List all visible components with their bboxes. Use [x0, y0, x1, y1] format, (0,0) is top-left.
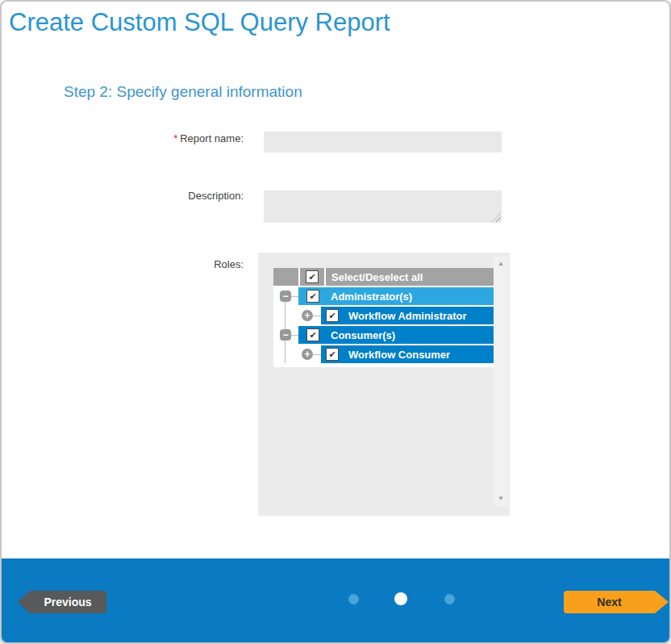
report-name-label-text: Report name: [180, 132, 244, 144]
tree-connector [291, 296, 298, 297]
checkmark-icon: ✔ [309, 292, 316, 301]
checkmark-icon: ✔ [328, 312, 336, 320]
roles-label-text: Roles: [214, 258, 244, 270]
roles-panel: ✔ Select/Deselect all − + − + ✔ Administ… [258, 253, 510, 516]
role-checkbox-workflow-administrator[interactable]: ✔ [326, 309, 339, 322]
pagination-dot-2-active[interactable] [394, 592, 407, 605]
report-name-input[interactable] [264, 132, 502, 153]
next-button[interactable]: Next [564, 591, 669, 613]
role-row-workflow-administrator[interactable]: ✔ Workflow Administrator [321, 307, 495, 324]
role-label: Consumer(s) [331, 329, 395, 341]
tree-connector [313, 316, 321, 316]
scroll-up-icon[interactable]: ▲ [494, 261, 508, 267]
previous-button[interactable]: Previous [18, 591, 106, 613]
checkmark-icon: ✔ [309, 331, 316, 340]
role-checkbox-consumers[interactable]: ✔ [306, 328, 319, 341]
collapse-icon-administrators[interactable]: − [280, 291, 291, 302]
select-all-cell: ✔ [300, 268, 324, 286]
description-input[interactable] [264, 190, 502, 223]
pagination-dot-1[interactable] [348, 594, 359, 604]
previous-button-label: Previous [44, 596, 91, 608]
tree-header-spacer [273, 268, 298, 286]
collapse-icon-consumers[interactable]: − [280, 329, 291, 341]
tree-connector [313, 354, 321, 355]
role-checkbox-administrators[interactable]: ✔ [306, 290, 319, 303]
description-label: Description: [115, 190, 244, 202]
select-all-label: Select/Deselect all [331, 271, 423, 283]
role-row-workflow-consumer[interactable]: ✔ Workflow Consumer [321, 345, 495, 363]
step-heading: Step 2: Specify general information [64, 83, 302, 101]
checkmark-icon: ✔ [328, 350, 336, 359]
role-label: Workflow Consumer [348, 349, 450, 361]
next-button-label: Next [597, 596, 621, 608]
select-all-checkbox[interactable]: ✔ [306, 270, 319, 283]
required-marker: * [173, 132, 177, 144]
select-all-header[interactable]: Select/Deselect all [326, 268, 495, 286]
wizard-footer: Previous Next [2, 558, 669, 642]
report-name-label: *Report name: [115, 132, 244, 144]
description-field [264, 190, 502, 223]
role-row-administrators[interactable]: ✔ Administrator(s) [298, 287, 495, 305]
wizard-window: Create Custom SQL Query Report Step 2: S… [0, 0, 671, 644]
tree-connector [291, 335, 298, 336]
role-label: Administrator(s) [331, 291, 412, 303]
page-title: Create Custom SQL Query Report [9, 8, 390, 37]
role-label: Workflow Administrator [348, 310, 467, 322]
role-row-consumers[interactable]: ✔ Consumer(s) [298, 326, 495, 344]
description-label-text: Description: [188, 190, 244, 202]
checkmark-icon: ✔ [308, 273, 315, 282]
role-checkbox-workflow-consumer[interactable]: ✔ [326, 348, 339, 361]
roles-label: Roles: [115, 258, 244, 270]
expand-icon-workflow-consumer[interactable]: + [302, 349, 313, 360]
next-arrow-icon [655, 591, 669, 613]
roles-scrollbar[interactable]: ▲ ▼ [494, 257, 508, 506]
scroll-down-icon[interactable]: ▼ [494, 496, 508, 502]
expand-icon-workflow-administrator[interactable]: + [302, 310, 313, 321]
pagination-dot-3[interactable] [444, 594, 455, 604]
previous-arrow-icon [18, 591, 30, 613]
